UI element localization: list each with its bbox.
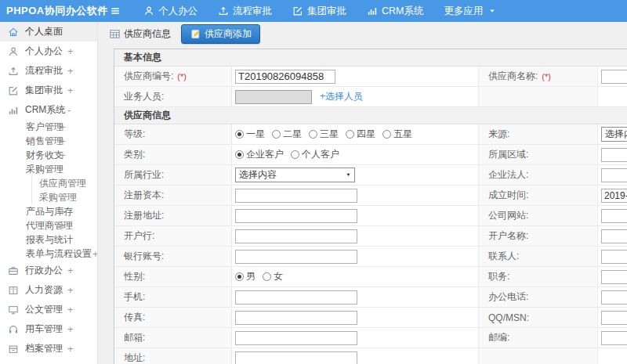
supplier-name-input[interactable]	[601, 70, 627, 84]
radio-icon[interactable]	[235, 130, 244, 139]
choose-person-link[interactable]: +选择人员	[320, 90, 363, 103]
section-header: 供应商信息	[114, 107, 627, 124]
contact-person-input[interactable]	[601, 250, 627, 264]
radio-icon[interactable]	[309, 130, 317, 139]
registered-capital-input[interactable]	[235, 189, 357, 203]
section-title: 基本信息	[124, 51, 161, 64]
level-radio-0[interactable]: 一星	[235, 128, 265, 141]
position-input[interactable]	[601, 270, 627, 284]
hamburger-icon[interactable]	[110, 5, 121, 16]
tab-supplier-add[interactable]: 供应商添加	[181, 24, 260, 44]
sidebar-item-agent-mgmt[interactable]: 代理商管理+	[0, 218, 97, 232]
radio-icon[interactable]	[291, 150, 299, 159]
sidebar-item-form-flow-settings[interactable]: 表单与流程设置+	[0, 247, 97, 261]
gender-radio-0[interactable]: 男	[235, 270, 256, 283]
section-title: 供应商信息	[124, 109, 171, 122]
collapse-icon[interactable]: -	[67, 105, 71, 115]
email-input[interactable]	[235, 331, 357, 345]
radio-icon[interactable]	[235, 272, 244, 281]
category-radio-0[interactable]: 企业客户	[235, 148, 284, 161]
monitor-icon	[8, 305, 19, 315]
radio-icon[interactable]	[346, 130, 354, 139]
category-radio-1[interactable]: 个人客户	[291, 148, 339, 161]
sidebar-item-supplier-mgmt[interactable]: 供应商管理	[0, 176, 97, 190]
topnav-item-process-approval[interactable]: 流程审批	[208, 0, 282, 22]
source-select[interactable]: 选择内容▼	[601, 127, 627, 142]
sidebar-item-label: 个人办公	[25, 45, 63, 58]
label-text: 注册地址:	[124, 209, 164, 222]
sidebar-item-procurement-mgmt[interactable]: 采购管理	[0, 190, 97, 204]
sidebar-item-reports-stats[interactable]: 报表与统计	[0, 232, 97, 247]
mobile-input[interactable]	[235, 290, 357, 305]
account-number-input[interactable]	[235, 250, 357, 264]
business-person-input[interactable]	[235, 90, 312, 104]
expand-icon[interactable]: +	[60, 221, 66, 231]
topnav-item-personal-office[interactable]: 个人办公	[133, 0, 208, 22]
level-radio-1[interactable]: 二星	[272, 128, 302, 141]
legal-person-input[interactable]	[601, 168, 627, 182]
gender-radio-1[interactable]: 女	[263, 270, 283, 283]
sidebar-item-product-inventory[interactable]: 产品与库存+	[0, 204, 97, 218]
expand-icon[interactable]: +	[67, 305, 74, 315]
expand-icon[interactable]: +	[67, 285, 74, 295]
supplier-code-input[interactable]	[235, 70, 335, 84]
expand-icon[interactable]: +	[67, 66, 74, 76]
industry-select[interactable]: 选择内容▼	[235, 168, 355, 182]
sidebar-item-purchase-mgmt[interactable]: 采购管理-	[0, 162, 97, 176]
sidebar-item-crm-system[interactable]: CRM系统-	[0, 100, 97, 120]
website-input[interactable]	[601, 209, 627, 223]
radio-icon[interactable]	[272, 130, 281, 139]
sidebar-item-archive-mgmt[interactable]: 档案管理+	[0, 339, 97, 359]
expand-icon[interactable]: +	[67, 344, 74, 354]
level-radio-4[interactable]: 五星	[382, 128, 412, 141]
topnav-item-crm-system[interactable]: CRM系统	[357, 0, 433, 22]
topnav-item-more-apps[interactable]: 更多应用	[433, 0, 506, 22]
sidebar-item-personal-office[interactable]: 个人办公+	[0, 41, 97, 61]
region-input[interactable]	[601, 148, 627, 162]
topnav-item-group-approval[interactable]: 集团审批	[282, 0, 357, 22]
top-nav: 个人办公流程审批集团审批CRM系统更多应用	[133, 0, 506, 22]
expand-icon[interactable]: +	[67, 324, 74, 334]
sidebar-item-process-approval[interactable]: 流程审批+	[0, 61, 97, 81]
radio-icon[interactable]	[382, 130, 391, 139]
sidebar-item-sales-mgmt[interactable]: 销售管理+	[0, 134, 97, 148]
expand-icon[interactable]: +	[67, 85, 74, 96]
sidebar-item-group-approval[interactable]: 集团审批+	[0, 81, 97, 100]
sidebar-item-vehicle-mgmt[interactable]: 用车管理+	[0, 319, 97, 339]
collapse-icon[interactable]: -	[60, 164, 63, 175]
sidebar-item-personal-desktop[interactable]: 个人桌面	[0, 22, 97, 41]
radio-icon[interactable]	[235, 150, 244, 159]
sidebar-item-finance-inout[interactable]: 财务收支+	[0, 148, 97, 162]
sidebar-item-customer-mgmt[interactable]: 客户管理+	[0, 120, 97, 134]
radio-icon[interactable]	[263, 272, 271, 281]
bank-branch-input[interactable]	[235, 229, 357, 243]
expand-icon[interactable]: +	[67, 46, 74, 56]
expand-icon[interactable]: +	[60, 150, 66, 160]
expand-icon[interactable]: +	[60, 136, 66, 146]
archive-icon	[8, 344, 19, 355]
level-radio-3[interactable]: 四星	[346, 128, 375, 141]
level-radio-2[interactable]: 三星	[309, 128, 339, 141]
sidebar-item-label: 表单与流程设置	[26, 247, 92, 261]
sidebar-item-document-mgmt[interactable]: 公文管理+	[0, 300, 97, 319]
qq-msn-input[interactable]	[601, 311, 627, 325]
fax-input[interactable]	[235, 311, 357, 325]
expand-icon[interactable]: +	[92, 249, 98, 259]
expand-icon[interactable]: +	[60, 122, 66, 132]
zip-code-input[interactable]	[601, 331, 627, 345]
sidebar-item-label: 用车管理	[25, 323, 63, 336]
founded-date-input[interactable]	[601, 189, 627, 203]
label-text: 来源:	[488, 128, 509, 141]
field-input-cell	[232, 247, 479, 266]
field-label: 邮箱:	[114, 328, 232, 348]
field-input-cell: 选择内容▼	[598, 124, 627, 144]
expand-icon[interactable]: +	[60, 207, 66, 217]
tab-supplier-info[interactable]: 供应商信息	[104, 25, 176, 43]
registered-address-input[interactable]	[235, 209, 357, 223]
sidebar-item-admin-office[interactable]: 行政办公+	[0, 261, 97, 280]
office-phone-input[interactable]	[601, 290, 627, 305]
account-name-input[interactable]	[601, 229, 627, 243]
expand-icon[interactable]: +	[67, 265, 74, 276]
sidebar-item-human-resources[interactable]: 人力资源+	[0, 280, 97, 300]
address-input[interactable]	[235, 351, 357, 364]
